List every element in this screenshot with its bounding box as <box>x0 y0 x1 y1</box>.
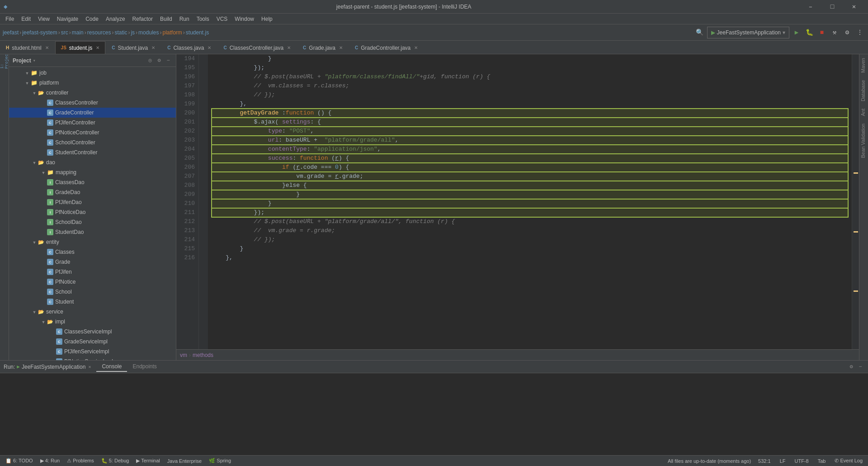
bottom-settings-btn[interactable]: ⚙ <box>847 363 855 371</box>
tree-item-mapping[interactable]: 📁 mapping <box>9 167 176 177</box>
tab-close-grade-java[interactable]: ✕ <box>339 45 343 50</box>
status-event-log[interactable]: ✆ Event Log <box>833 458 864 464</box>
code-content[interactable]: } }); // $.post(baseURL + "platform/clas… <box>208 54 852 349</box>
breadcrumb-resources[interactable]: resources <box>87 29 111 36</box>
tree-item-schoolcontroller[interactable]: C SchoolController <box>9 138 176 147</box>
tree-item-school[interactable]: C School <box>9 287 176 297</box>
menu-analyze[interactable]: Analyze <box>102 15 129 23</box>
close-button[interactable]: ✕ <box>844 0 864 14</box>
tree-item-gradedao[interactable]: I GradeDao <box>9 187 176 197</box>
menu-refactor[interactable]: Refactor <box>129 15 156 23</box>
search-everywhere-btn[interactable]: 🔍 <box>694 27 705 38</box>
tree-item-schooldao[interactable]: I SchoolDao <box>9 217 176 227</box>
tab-student-html[interactable]: H student.html ✕ <box>0 41 55 54</box>
menu-window[interactable]: Window <box>231 15 258 23</box>
status-debug[interactable]: 🐛 5: Debug <box>99 458 131 464</box>
tree-item-job[interactable]: 📁 job <box>9 68 176 78</box>
tree-item-student[interactable]: C Student <box>9 297 176 307</box>
breadcrumb-src[interactable]: src <box>61 29 68 36</box>
tab-close-student-js[interactable]: ✕ <box>96 45 99 50</box>
tree-item-classes[interactable]: C Classes <box>9 247 176 257</box>
tab-student-java[interactable]: C Student.java ✕ <box>106 41 161 54</box>
tab-classescontroller-java[interactable]: C ClassesController.java ✕ <box>217 41 297 54</box>
tree-item-controller[interactable]: 📂 controller <box>9 88 176 98</box>
tab-student-js[interactable]: JS student.js ✕ <box>55 41 106 54</box>
menu-view[interactable]: View <box>34 15 53 23</box>
run-panel-close[interactable]: ✕ <box>88 364 91 370</box>
tree-item-grade[interactable]: C Grade <box>9 257 176 267</box>
status-lf[interactable]: LF <box>778 458 788 464</box>
maximize-button[interactable]: □ <box>822 0 843 14</box>
breadcrumb-file[interactable]: student.js <box>186 29 209 36</box>
menu-help[interactable]: Help <box>258 15 276 23</box>
run-button[interactable]: ▶ <box>791 27 802 38</box>
debug-button[interactable]: 🐛 <box>804 27 815 38</box>
tree-item-pfnoticeserviceimpl[interactable]: C PfNoticeServiceImpl <box>9 357 176 360</box>
tab-endpoints[interactable]: Endpoints <box>127 362 162 372</box>
status-encoding[interactable]: UTF-8 <box>793 458 810 464</box>
more-tools-button[interactable]: ⋮ <box>854 27 865 38</box>
build-button[interactable]: ⚒ <box>829 27 840 38</box>
tree-item-entity[interactable]: 📂 entity <box>9 237 176 247</box>
panel-collapse-btn[interactable]: − <box>164 57 172 65</box>
tab-classes-java[interactable]: C Classes.java ✕ <box>161 41 217 54</box>
status-todo[interactable]: 📋 6: TODO <box>4 458 35 464</box>
tab-close-student-html[interactable]: ✕ <box>45 45 49 50</box>
code-area[interactable]: 194 195 196 197 198 199 200 201 202 203 … <box>176 54 859 349</box>
tree-item-pfjifen[interactable]: C PfJifen <box>9 267 176 277</box>
tree-item-pfjifenserviceimpl[interactable]: C PfJifenServiceImpl <box>9 347 176 357</box>
menu-file[interactable]: File <box>2 15 18 23</box>
tree-item-classesdao[interactable]: I ClassesDao <box>9 177 176 187</box>
database-panel-btn[interactable]: Database <box>859 76 868 105</box>
tree-item-pfnoticedao[interactable]: I PfNoticeDao <box>9 207 176 217</box>
tree-item-pfjifendao[interactable]: I PfJifenDao <box>9 197 176 207</box>
breadcrumb-jeefast[interactable]: jeefast <box>3 29 19 36</box>
tab-close-classescontroller-java[interactable]: ✕ <box>287 45 291 50</box>
status-run[interactable]: ▶ 4: Run <box>38 458 61 464</box>
tab-gradecontroller-java[interactable]: C GradeController.java ✕ <box>349 41 424 54</box>
tree-item-gradecontroller[interactable]: C GradeController <box>9 108 176 118</box>
breadcrumb-static[interactable]: static <box>114 29 127 36</box>
breadcrumb-platform[interactable]: platform <box>162 29 182 36</box>
menu-navigate[interactable]: Navigate <box>53 15 82 23</box>
breadcrumb-modules[interactable]: modules <box>138 29 159 36</box>
tree-item-platform[interactable]: 📁 platform <box>9 78 176 88</box>
dropdown-icon[interactable]: ▾ <box>33 58 36 63</box>
menu-edit[interactable]: Edit <box>18 15 34 23</box>
panel-settings-btn[interactable]: ⚙ <box>155 57 163 65</box>
tab-console[interactable]: Console <box>96 362 127 372</box>
tree-item-dao[interactable]: 📂 dao <box>9 157 176 167</box>
breadcrumb-system[interactable]: jeefast-system <box>22 29 57 36</box>
tree-item-classescontroller[interactable]: C ClassesController <box>9 98 176 108</box>
window-controls[interactable]: – □ ✕ <box>800 0 864 14</box>
tab-close-classes-java[interactable]: ✕ <box>208 45 211 50</box>
tree-item-service[interactable]: 📂 service <box>9 307 176 317</box>
bottom-close-btn[interactable]: − <box>856 363 864 371</box>
tree-item-pfjifencontroller[interactable]: C PfJifenController <box>9 118 176 128</box>
breadcrumb-js[interactable]: js <box>131 29 135 36</box>
breadcrumb-main[interactable]: main <box>72 29 84 36</box>
menu-build[interactable]: Build <box>156 15 176 23</box>
tree-item-studentdao[interactable]: I StudentDao <box>9 227 176 237</box>
status-position[interactable]: 532:1 <box>756 458 773 464</box>
locate-file-btn[interactable]: ◎ <box>146 57 154 65</box>
status-indent[interactable]: Tab <box>816 458 828 464</box>
minimize-button[interactable]: – <box>800 0 821 14</box>
status-spring[interactable]: 🌿 Spring <box>207 458 233 464</box>
menu-vcs[interactable]: VCS <box>213 15 231 23</box>
stop-button[interactable]: ■ <box>816 27 827 38</box>
tree-item-gradeserviceimpl[interactable]: C GradeServiceImpl <box>9 337 176 347</box>
maven-panel-btn[interactable]: Maven <box>859 54 868 76</box>
status-terminal[interactable]: ▶ Terminal <box>134 458 161 464</box>
tab-grade-java[interactable]: C Grade.java ✕ <box>297 41 349 54</box>
tree-item-studentcontroller[interactable]: C StudentController <box>9 147 176 157</box>
tab-close-student-java[interactable]: ✕ <box>151 45 155 50</box>
status-java-enterprise[interactable]: Java Enterprise <box>165 458 203 464</box>
tree-item-classesserviceimpl[interactable]: C ClassesServiceImpl <box>9 327 176 337</box>
settings-button[interactable]: ⚙ <box>842 27 853 38</box>
run-config-selector[interactable]: ▶ JeeFastSystemApplication ▾ <box>707 27 789 38</box>
tab-close-gradecontroller-java[interactable]: ✕ <box>414 45 418 50</box>
menu-run[interactable]: Run <box>176 15 193 23</box>
menu-tools[interactable]: Tools <box>193 15 213 23</box>
tree-item-pfnoticecontroller[interactable]: C PfNoticeController <box>9 128 176 138</box>
